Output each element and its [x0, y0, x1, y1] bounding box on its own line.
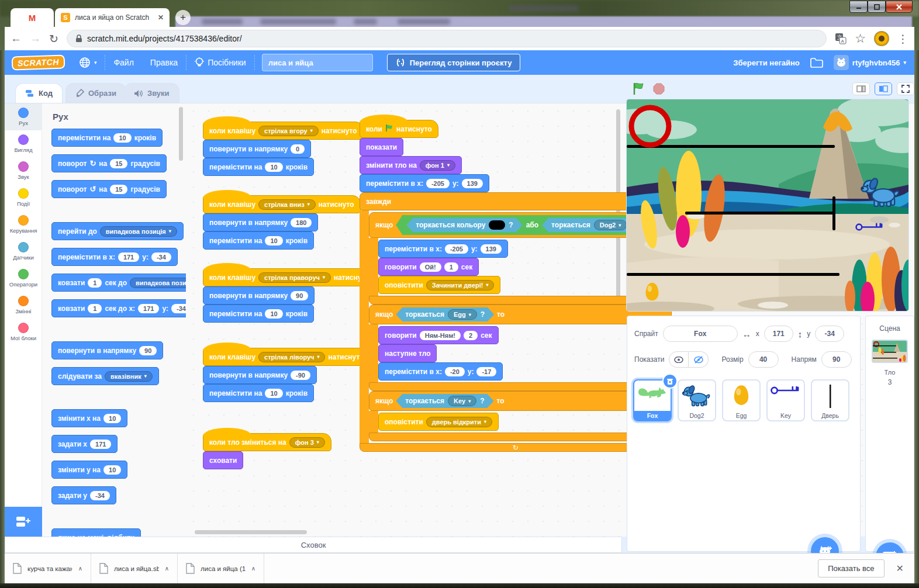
show-all-downloads-button[interactable]: Показать все — [818, 559, 884, 577]
add-extension-button[interactable] — [5, 507, 42, 537]
motion-block[interactable]: перемістити в x:-20y:-17 — [378, 362, 503, 381]
close-button[interactable] — [886, 1, 913, 13]
motion-block[interactable]: перемістити в x:-205y:139 — [378, 240, 508, 258]
block-input[interactable]: 139 — [462, 179, 483, 188]
block-input[interactable]: 1 — [88, 304, 102, 313]
forward-icon[interactable]: → — [30, 32, 41, 45]
block-dropdown[interactable]: стрілка вниз▾ — [258, 199, 316, 210]
motion-block[interactable]: задати x171 — [51, 435, 118, 453]
download-item[interactable]: лиса и яйца.sb3 ∧ — [91, 554, 178, 583]
file-menu[interactable]: Файл — [105, 50, 141, 75]
reload-icon[interactable]: ↻ — [49, 32, 58, 46]
block-dropdown[interactable]: випадкова позиція▾ — [100, 226, 177, 237]
block-dropdown[interactable]: Egg▾ — [448, 309, 477, 320]
block-input[interactable]: 10 — [265, 389, 282, 398]
motion-block[interactable]: слідувати завказівник▾ — [51, 367, 159, 385]
motion-block[interactable]: змінити у на10 — [51, 461, 127, 479]
category-control[interactable]: Керування — [5, 211, 42, 238]
block-dropdown[interactable]: вказівник▾ — [105, 371, 153, 382]
motion-block[interactable]: перемістити на10кроків — [51, 129, 163, 147]
scratch-logo[interactable]: SCRATCH — [12, 54, 65, 70]
events-block[interactable]: коли клавішустрілка вниз▾натиснуто — [203, 195, 361, 213]
sprite-x-input[interactable]: 171 — [764, 326, 793, 342]
events-block[interactable]: колинатиснуто — [360, 120, 438, 138]
control-c-block[interactable]: якщоторкаєтьсяKey▾?тооповіститидверь від… — [369, 391, 672, 441]
block-input[interactable]: -205 — [445, 244, 468, 254]
motion-block[interactable]: перемістити на10кроків — [203, 384, 314, 402]
delete-sprite-button[interactable] — [662, 373, 678, 389]
block-input[interactable]: 171 — [138, 304, 159, 313]
tab-close-icon[interactable]: ✕ — [158, 13, 164, 22]
download-item[interactable]: курча та кажан.sb3 ∧ — [5, 554, 91, 583]
events-block[interactable]: оповіститидверь відкрити▾ — [378, 413, 499, 431]
green-flag-icon[interactable] — [631, 82, 645, 96]
translate-icon[interactable]: 文A — [835, 33, 847, 44]
motion-block[interactable]: перемістити в x:171y:-34 — [51, 248, 178, 266]
events-block[interactable]: коли клавішустрілка праворуч▾натиснуто — [203, 268, 376, 286]
block-dropdown[interactable]: стрілка вгору▾ — [258, 126, 319, 136]
block-input[interactable]: 10 — [265, 236, 282, 245]
tab-sounds[interactable]: Звуки — [124, 83, 179, 103]
block-input[interactable]: 139 — [481, 244, 502, 254]
block-input[interactable]: -34 — [151, 253, 171, 262]
save-now-link[interactable]: Зберегти негайно — [733, 58, 799, 67]
block-input[interactable]: 90 — [291, 291, 308, 300]
looks-block[interactable]: сховати — [203, 451, 243, 469]
events-block[interactable]: коли клавішустрілка ліворуч▾натиснуто — [203, 348, 370, 366]
view-project-page-button[interactable]: Перегляд сторінки проєкту — [387, 54, 521, 71]
backdrop-thumbnail[interactable] — [872, 340, 908, 363]
block-input[interactable]: 15 — [110, 159, 127, 168]
hide-sprite-button[interactable] — [689, 351, 709, 368]
fullscreen-button[interactable] — [897, 82, 914, 95]
script-stack[interactable]: коли клавішустрілка вниз▾натиснутоповерн… — [203, 189, 361, 250]
block-dropdown[interactable]: дверь відкрити▾ — [426, 417, 492, 427]
minimize-button[interactable] — [849, 1, 868, 13]
block-dropdown[interactable]: Dog2▾ — [594, 220, 627, 230]
motion-block[interactable]: якщо на межі, відбити — [51, 528, 141, 537]
back-icon[interactable]: ← — [11, 32, 22, 45]
category-sensing[interactable]: Датчики — [5, 238, 42, 265]
block-input[interactable]: -20 — [445, 367, 465, 376]
looks-block[interactable]: говоритиНям-Ням!2сек — [378, 326, 499, 344]
color-input[interactable] — [489, 220, 505, 230]
block-input[interactable]: -205 — [426, 179, 450, 188]
block-input[interactable]: 180 — [291, 218, 312, 227]
block-input[interactable]: 10 — [265, 162, 282, 172]
tab-code[interactable]: Код — [15, 83, 63, 103]
control-c-block[interactable]: завждиякщоторкається кольору?аботоркаєть… — [360, 192, 672, 452]
block-input[interactable]: 1 — [88, 278, 102, 288]
motion-block[interactable]: перемістити на10кроків — [203, 305, 314, 323]
events-block[interactable]: оповіститиЗачинити двері!▾ — [378, 276, 500, 294]
direction-input[interactable]: 90 — [821, 351, 852, 368]
block-dropdown[interactable]: фон 3▾ — [289, 437, 325, 448]
active-tab[interactable]: S лиса и яйца on Scratch ✕ — [55, 8, 170, 27]
block-dropdown[interactable]: фон 1▾ — [420, 160, 455, 171]
block-dropdown[interactable]: випадкова позиція▾ — [130, 278, 186, 288]
block-input[interactable]: 1 — [444, 262, 458, 272]
motion-block[interactable]: перемістити в x:-205y:139 — [360, 174, 489, 192]
edit-menu[interactable]: Правка — [142, 50, 186, 75]
block-dropdown[interactable]: стрілка праворуч▾ — [258, 272, 331, 283]
category-operators[interactable]: Оператори — [5, 265, 42, 292]
motion-block[interactable]: поворот↻на15градусів — [51, 154, 167, 172]
block-input[interactable]: Ням-Ням! — [420, 331, 461, 340]
category-events[interactable]: Події — [5, 184, 42, 211]
block-input[interactable]: 90 — [139, 346, 157, 355]
tab-costumes[interactable]: Образи — [65, 83, 126, 103]
new-tab-button[interactable]: + — [175, 10, 191, 25]
profile-avatar[interactable] — [874, 31, 889, 46]
motion-block[interactable]: повернути в напрямку90 — [203, 286, 315, 305]
close-downloads-icon[interactable]: ✕ — [896, 563, 904, 574]
category-looks[interactable]: Вигляд — [5, 130, 42, 157]
block-input[interactable]: 10 — [113, 133, 131, 143]
sprite-tile-key[interactable]: Key — [766, 379, 805, 421]
download-item[interactable]: лиса и яйца (1).sb3 ∧ — [178, 554, 264, 583]
pinned-tab-gmail[interactable]: M — [11, 8, 54, 27]
block-input[interactable]: -17 — [476, 367, 496, 376]
block-input[interactable]: -34 — [171, 304, 186, 313]
motion-block[interactable]: повернути в напрямку-90 — [203, 366, 317, 384]
events-block[interactable]: коли тло зміниться нафон 3▾ — [203, 433, 331, 451]
block-dropdown[interactable]: стрілка ліворуч▾ — [258, 352, 325, 362]
project-name-input[interactable]: лиса и яйца — [262, 54, 373, 71]
language-selector[interactable]: ▾ — [71, 50, 105, 75]
